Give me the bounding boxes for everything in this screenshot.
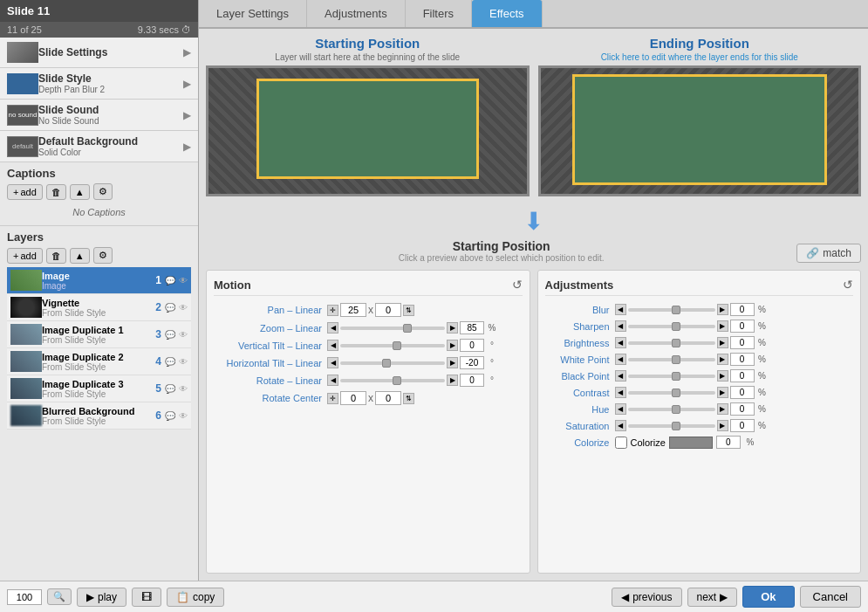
eye-icon[interactable]: 👁 [179,357,188,367]
colorize-checkbox[interactable] [615,437,627,449]
whitepoint-slider[interactable] [628,358,715,361]
contrast-left-arrow[interactable]: ◀ [615,387,626,398]
filmstrip-icon: 🎞 [141,591,152,603]
rotate-value[interactable]: 0 [460,374,484,387]
htilt-value[interactable]: -20 [460,356,484,369]
slide-settings-item[interactable]: Slide Settings ▶ [0,38,198,68]
zoom-right-arrow[interactable]: ▶ [447,322,458,334]
motion-reset-button[interactable]: ↺ [512,278,523,292]
blur-right-arrow[interactable]: ▶ [717,304,728,315]
default-bg-item[interactable]: default Default Background Solid Color ▶ [0,131,198,162]
layer-item[interactable]: Vignette From Slide Style 2 💬 👁 [7,294,191,321]
brightness-value[interactable]: 0 [730,336,755,349]
sharpen-left-arrow[interactable]: ◀ [615,320,626,332]
captions-delete-button[interactable]: 🗑 [46,184,66,200]
rotate-right-arrow[interactable]: ▶ [447,375,458,386]
brightness-slider[interactable] [628,341,715,345]
blur-value[interactable]: 0 [730,303,755,316]
zoom-value[interactable]: 85 [460,321,484,334]
eye-icon[interactable]: 👁 [179,411,188,421]
pan-x-input[interactable] [340,303,366,317]
rotate-center-y-input[interactable] [375,391,401,405]
tab-filters[interactable]: Filters [406,0,472,27]
adjustments-reset-button[interactable]: ↺ [843,278,853,292]
pan-y-input[interactable] [375,303,401,317]
hue-right-arrow[interactable]: ▶ [717,403,728,415]
htilt-left-arrow[interactable]: ◀ [327,357,338,368]
whitepoint-value[interactable]: 0 [730,353,755,366]
layer-item[interactable]: Image Image 1 💬 👁 [7,267,191,294]
zoom-slider[interactable] [340,327,445,330]
cancel-button[interactable]: Cancel [800,586,861,608]
tab-effects[interactable]: Effects [472,0,543,27]
eye-icon[interactable]: 👁 [179,303,188,313]
layers-settings-button[interactable]: ⚙ [93,247,113,264]
ending-position-panel[interactable]: Ending Position Click here to edit where… [538,36,862,196]
match-button[interactable]: 🔗 match [796,244,861,263]
sharpen-slider[interactable] [628,325,715,328]
layers-add-button[interactable]: + add [7,248,43,264]
contrast-slider[interactable] [628,391,715,395]
saturation-slider[interactable] [628,424,715,428]
play-button[interactable]: ▶ play [77,588,126,607]
saturation-right-arrow[interactable]: ▶ [717,420,728,431]
starting-position-preview[interactable] [206,65,530,196]
hue-left-arrow[interactable]: ◀ [615,403,626,415]
zoom-input[interactable] [7,589,42,605]
colorize-swatch[interactable] [669,437,713,449]
saturation-left-arrow[interactable]: ◀ [615,420,626,431]
brightness-right-arrow[interactable]: ▶ [717,337,728,348]
zoom-left-arrow[interactable]: ◀ [327,322,338,334]
captions-add-button[interactable]: + add [7,184,43,200]
layer-item[interactable]: Image Duplicate 2 From Slide Style 4 💬 👁 [7,348,191,375]
rotate-slider[interactable] [340,379,445,382]
slide-style-item[interactable]: Slide Style Depth Pan Blur 2 ▶ [0,68,198,100]
zoom-search-button[interactable]: 🔍 [47,588,72,605]
captions-up-button[interactable]: ▲ [70,184,90,200]
blackpoint-value[interactable]: 0 [730,369,755,382]
rotate-center-x-input[interactable] [340,391,366,405]
vtilt-left-arrow[interactable]: ◀ [327,340,338,351]
layers-up-button[interactable]: ▲ [70,248,90,264]
layer-item[interactable]: Image Duplicate 3 From Slide Style 5 💬 👁 [7,375,191,402]
slide-sound-item[interactable]: no sound Slide Sound No Slide Sound ▶ [0,100,198,131]
whitepoint-right-arrow[interactable]: ▶ [717,354,728,365]
htilt-slider[interactable] [340,361,445,365]
sharpen-right-arrow[interactable]: ▶ [717,320,728,332]
htilt-right-arrow[interactable]: ▶ [447,357,458,368]
tab-layer-settings[interactable]: Layer Settings [199,0,307,27]
eye-icon[interactable]: 👁 [179,330,188,340]
eye-icon[interactable]: 👁 [179,384,188,394]
blur-slider[interactable] [628,308,715,312]
blackpoint-right-arrow[interactable]: ▶ [717,370,728,382]
contrast-value[interactable]: 0 [730,386,755,399]
tab-adjustments[interactable]: Adjustments [307,0,406,27]
starting-position-sub: Layer will start here at the beginning o… [206,52,530,62]
layer-item[interactable]: Blurred Background From Slide Style 6 💬 … [7,402,191,430]
vtilt-slider[interactable] [340,344,445,347]
captions-settings-button[interactable]: ⚙ [93,183,113,200]
saturation-value[interactable]: 0 [730,419,755,432]
sharpen-value[interactable]: 0 [730,320,755,333]
layers-delete-button[interactable]: 🗑 [46,248,66,264]
whitepoint-left-arrow[interactable]: ◀ [615,354,626,365]
eye-icon[interactable]: 👁 [179,276,188,285]
rotate-left-arrow[interactable]: ◀ [327,375,338,386]
filmstrip-button[interactable]: 🎞 [132,588,161,607]
contrast-right-arrow[interactable]: ▶ [717,387,728,398]
vtilt-value[interactable]: 0 [460,339,484,352]
layer-item[interactable]: Image Duplicate 1 From Slide Style 3 💬 👁 [7,321,191,348]
copy-button[interactable]: 📋 copy [167,588,224,607]
hue-slider[interactable] [628,408,715,411]
ending-position-preview[interactable] [538,65,862,196]
vtilt-right-arrow[interactable]: ▶ [447,340,458,351]
colorize-value[interactable]: 0 [716,436,741,449]
blackpoint-slider[interactable] [628,375,715,378]
previous-button[interactable]: ◀ previous [612,588,681,607]
blur-left-arrow[interactable]: ◀ [615,304,626,315]
brightness-left-arrow[interactable]: ◀ [615,337,626,348]
blackpoint-left-arrow[interactable]: ◀ [615,370,626,382]
ok-button[interactable]: Ok [742,586,794,608]
next-button[interactable]: next ▶ [687,588,738,607]
hue-value[interactable]: 0 [730,402,755,416]
